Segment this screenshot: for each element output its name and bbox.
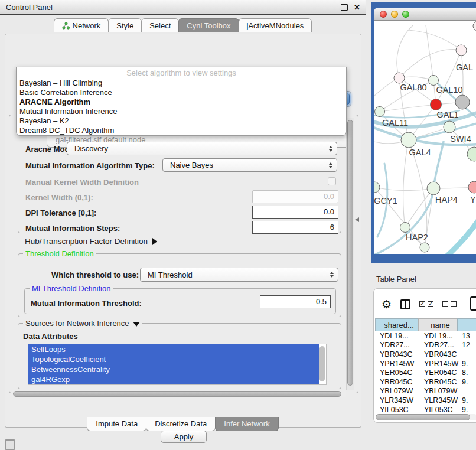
table-row[interactable]: YLR345WYLR345W9. [376,396,476,405]
algorithm-option[interactable]: Bayesian – K2 [17,116,346,126]
table-row[interactable]: YDR27...YDR27...12 [376,341,476,350]
node-gal11[interactable] [375,107,385,117]
algorithm-option[interactable]: Bayesian – Hill Climbing [17,79,346,88]
table-horizontal-scrollbar[interactable] [376,414,476,420]
network-edge[interactable] [399,50,461,78]
column-header-shared-name[interactable]: shared... [375,318,419,331]
attribute-item-selected[interactable]: TopologicalCoefficient [28,354,319,364]
network-edge[interactable] [408,30,461,50]
which-threshold-combo[interactable]: MI Threshold [140,268,338,282]
data-attributes-list[interactable]: SelfLoopsTopologicalCoefficientBetweenne… [28,344,327,385]
columns-icon[interactable] [400,299,410,309]
table-cell[interactable]: YPR145W [419,360,459,368]
close-traffic-light[interactable] [380,11,387,18]
column-header-partial[interactable] [457,318,476,331]
tab-cyni-toolbox[interactable]: Cyni Toolbox [178,18,239,32]
algorithm-option[interactable]: Mutual Information Inference [17,107,346,116]
table-cell[interactable]: 9. [459,378,476,386]
table-cell[interactable]: YBR043C [419,350,459,358]
table-cell[interactable]: YBR045C [419,378,459,386]
network-window-titlebar[interactable] [374,8,476,21]
node-gal4[interactable] [401,132,416,148]
table-cell[interactable]: YER054C [419,369,459,377]
network-edge[interactable] [397,25,413,78]
node-salmon[interactable] [468,181,476,193]
node-small-bottom[interactable] [420,243,429,252]
node-edge-sliver[interactable] [473,21,476,31]
table-cell[interactable]: YIL053C [419,406,459,414]
table-cell[interactable]: YDR27... [376,341,419,349]
table-cell[interactable]: YDL19... [376,332,419,340]
select-all-columns-icon[interactable]: ✓✓ [419,301,433,307]
node-hap4[interactable] [427,182,440,195]
table-cell[interactable]: YBL079W [419,387,459,395]
manual-kernel-checkbox[interactable] [328,177,336,185]
table-cell[interactable]: YER054C [376,369,419,377]
tab-discretize-data[interactable]: Discretize Data [146,417,216,431]
node-green-right[interactable] [467,147,476,161]
attribute-item-selected[interactable]: SelfLoops [28,344,319,354]
table-cell[interactable]: YPR145W [376,360,419,368]
node-gal10[interactable] [429,76,439,86]
node-gcy1[interactable] [374,182,380,193]
kernel-width-field[interactable]: 0.0 [252,190,338,203]
network-edge-thick[interactable] [446,208,476,254]
sources-group-title[interactable]: Sources for Network Inference [23,319,142,328]
table-cell[interactable]: YIL053C [376,406,419,414]
network-edge-thick[interactable] [433,142,444,188]
algorithm-option[interactable]: Dream8 DC_TDC Algorithm [17,126,346,135]
column-header-name[interactable]: name [418,318,458,331]
tab-jactivemnodules[interactable]: jActiveMNodules [239,18,312,32]
mi-steps-field[interactable]: 6 [252,221,338,234]
tab-network[interactable]: Network [54,18,109,32]
dpi-tolerance-field[interactable]: 0.0 [252,206,338,219]
float-panel-icon[interactable] [341,4,348,11]
table-row[interactable]: YIL053CYIL053C9. [376,405,476,415]
new-table-icon[interactable] [470,296,476,311]
mi-threshold-field[interactable]: 0.5 [260,295,331,308]
node-gal7[interactable] [456,45,467,56]
settings-horizontal-scrollbar[interactable] [12,390,346,397]
network-edge[interactable] [436,50,461,105]
node-gray[interactable] [455,95,470,109]
node-hap2[interactable] [400,223,410,233]
algorithm-option[interactable]: ARACNE Algorithm [17,97,346,107]
table-cell[interactable]: 13 [459,332,476,340]
table-row[interactable]: YBL079WYBL079W [376,387,476,396]
network-edge[interactable] [374,187,433,191]
gear-icon[interactable]: ⚙ [382,299,392,310]
table-cell[interactable]: YLR345W [376,396,419,405]
network-edge[interactable] [403,140,409,227]
deselect-all-columns-icon[interactable] [442,301,457,307]
attribute-item-selected[interactable]: BetweennessCentrality [28,364,319,374]
table-row[interactable]: YBR043CYBR043C [376,350,476,359]
hscrollbar-thumb[interactable] [13,391,341,397]
tab-style[interactable]: Style [108,18,142,32]
algorithm-option[interactable]: Basic Correlation Inference [17,88,346,97]
tab-infer-network[interactable]: Infer Network [215,417,278,431]
table-cell[interactable]: YDR27... [419,341,459,349]
zoom-traffic-light[interactable] [402,11,409,18]
table-cell[interactable]: 9. [459,406,476,414]
table-row[interactable]: YDL19...YDL19...13 [376,331,476,341]
table-cell[interactable]: YLR345W [419,396,459,405]
close-panel-icon[interactable]: ✕ [354,4,360,11]
aracne-mode-combo[interactable]: Discovery [67,142,337,155]
node-gal1[interactable] [431,99,442,110]
attr-list-scrollbar[interactable] [319,345,325,384]
table-cell[interactable]: 9. [459,396,476,405]
minimized-panel-icon[interactable] [5,439,15,450]
table-row[interactable]: YER054CYER054C8. [376,368,476,377]
attribute-item-selected[interactable]: gal4RGexp [28,374,319,384]
mi-type-combo[interactable]: Naive Bayes [162,158,337,172]
hub-definition-toggle[interactable]: Hub/Transcription Factor Definition [25,237,157,246]
minimize-traffic-light[interactable] [391,11,398,18]
table-row[interactable]: YBR045CYBR045C9. [376,377,476,387]
tab-select[interactable]: Select [141,18,179,32]
table-cell[interactable]: YDL19... [419,332,459,340]
table-cell[interactable]: YBR045C [376,378,419,386]
table-row[interactable]: YPR145WYPR145W9. [376,359,476,369]
table-cell[interactable]: YBR043C [376,350,419,358]
settings-scrollbar-thumb[interactable] [347,120,353,386]
settings-vertical-scrollbar[interactable] [346,118,354,390]
